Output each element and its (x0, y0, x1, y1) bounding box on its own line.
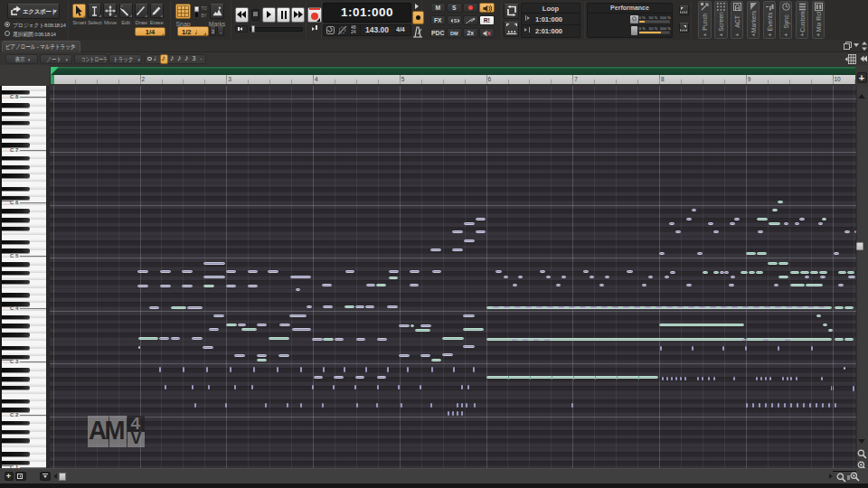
svg-text:S: S (453, 18, 457, 23)
